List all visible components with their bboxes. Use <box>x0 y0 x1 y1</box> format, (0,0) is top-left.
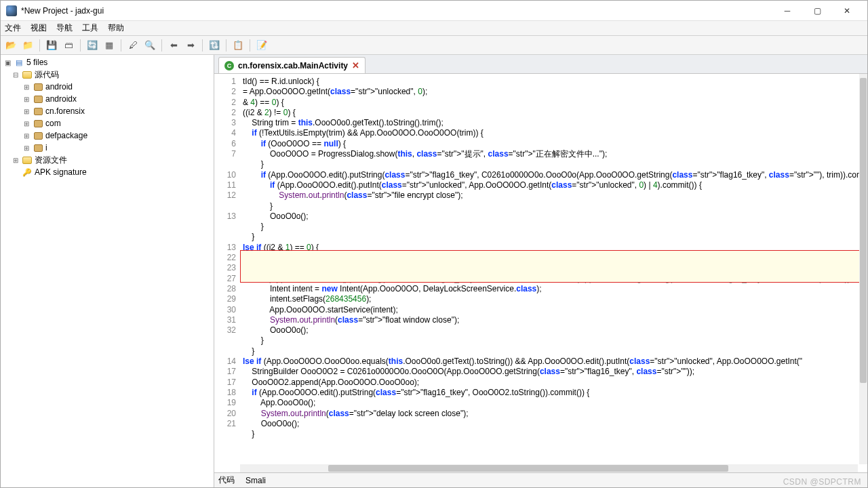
sep <box>39 39 40 52</box>
app-window: *New Project - jadx-gui ─ ▢ ✕ 文件 视图 导航 工… <box>0 0 868 488</box>
tree-src[interactable]: ⊟源代码 <box>1 68 214 81</box>
tree-pkg[interactable]: ⊞androidx <box>1 93 214 105</box>
menu-help[interactable]: 帮助 <box>108 22 124 34</box>
vscroll-thumb[interactable] <box>860 78 867 383</box>
files-icon: ▤ <box>14 57 24 68</box>
deobf-icon[interactable]: 📋 <box>231 38 245 53</box>
maximize-button[interactable]: ▢ <box>802 1 832 21</box>
wand-icon[interactable]: 🖊 <box>125 38 140 53</box>
saveall-icon[interactable]: 🗃 <box>61 38 76 53</box>
titlebar: *New Project - jadx-gui ─ ▢ ✕ <box>1 1 867 21</box>
code-area: 12223467 101112 13 132223272829303132 14… <box>214 74 867 472</box>
tab-code[interactable]: 代码 <box>218 474 235 486</box>
tab-mainactivity[interactable]: C cn.forensix.cab.MainActivity ✕ <box>218 57 366 73</box>
open-icon[interactable]: 📂 <box>3 38 18 53</box>
sep <box>250 39 250 52</box>
save-icon[interactable]: 💾 <box>44 38 59 53</box>
hscrollbar[interactable] <box>240 464 858 472</box>
package-icon <box>33 118 43 129</box>
folder-icon <box>22 155 33 165</box>
hscroll-thumb[interactable] <box>328 465 728 472</box>
grid-icon[interactable]: ▦ <box>102 38 117 53</box>
package-icon <box>33 142 43 153</box>
package-icon <box>33 106 43 117</box>
tree-pkg[interactable]: ⊞defpackage <box>1 129 214 142</box>
sep <box>121 39 121 52</box>
menu-nav[interactable]: 导航 <box>56 22 73 34</box>
back-icon[interactable]: ⬅ <box>166 38 181 53</box>
menu-tools[interactable]: 工具 <box>82 22 98 34</box>
class-icon: C <box>224 61 234 70</box>
close-button[interactable]: ✕ <box>832 1 862 21</box>
file-tree[interactable]: ▣▤5 files ⊟源代码 ⊞android ⊞androidx ⊞cn.fo… <box>1 55 214 487</box>
refresh-icon[interactable]: 🔃 <box>207 38 222 53</box>
tab-smali[interactable]: Smali <box>245 476 266 485</box>
menu-view[interactable]: 视图 <box>31 22 47 34</box>
tree-pkg[interactable]: ⊞i <box>1 142 214 154</box>
package-icon <box>33 81 43 92</box>
menu-file[interactable]: 文件 <box>5 22 21 34</box>
package-icon <box>33 130 43 141</box>
tree-root[interactable]: ▣▤5 files <box>1 56 214 68</box>
sep <box>161 39 162 52</box>
forward-icon[interactable]: ➡ <box>183 38 198 53</box>
window-title: *New Project - jadx-gui <box>21 6 772 16</box>
menubar: 文件 视图 导航 工具 帮助 <box>1 21 867 36</box>
key-icon: 🔑 <box>22 167 33 178</box>
main: ▣▤5 files ⊟源代码 ⊞android ⊞androidx ⊞cn.fo… <box>1 55 867 487</box>
sep <box>202 39 203 52</box>
package-icon <box>33 94 43 104</box>
search-icon[interactable]: 🔍 <box>142 38 157 53</box>
code[interactable]: tId() == R.id.unlock) {= App.OooO0OO.get… <box>240 74 867 472</box>
sidebar: ▣▤5 files ⊟源代码 ⊞android ⊞androidx ⊞cn.fo… <box>1 55 214 487</box>
tree-pkg[interactable]: ⊞cn.forensix <box>1 105 214 117</box>
sep <box>226 39 226 52</box>
log-icon[interactable]: 📝 <box>254 38 269 53</box>
gutter: 12223467 101112 13 132223272829303132 14… <box>214 74 240 472</box>
folder-icon <box>22 69 33 80</box>
tree-pkg[interactable]: ⊞android <box>1 81 214 93</box>
tab-close-icon[interactable]: ✕ <box>352 60 359 70</box>
tree-pkg[interactable]: ⊞com <box>1 117 214 129</box>
vscrollbar[interactable] <box>859 74 867 464</box>
minimize-button[interactable]: ─ <box>772 1 802 21</box>
editor-pane: C cn.forensix.cab.MainActivity ✕ 1222346… <box>214 55 867 487</box>
app-icon <box>6 5 17 16</box>
tree-res[interactable]: ⊞资源文件 <box>1 154 214 166</box>
tab-label: cn.forensix.cab.MainActivity <box>238 61 348 70</box>
tabbar: C cn.forensix.cab.MainActivity ✕ <box>214 55 867 74</box>
sync-icon[interactable]: 🔄 <box>85 38 100 53</box>
sep <box>80 39 81 52</box>
tree-sig[interactable]: 🔑APK signature <box>1 166 214 178</box>
add-icon[interactable]: 📁 <box>20 38 35 53</box>
bottom-tabs: 代码 Smali <box>214 472 867 487</box>
toolbar: 📂 📁 💾 🗃 🔄 ▦ 🖊 🔍 ⬅ ➡ 🔃 📋 📝 <box>1 36 867 55</box>
